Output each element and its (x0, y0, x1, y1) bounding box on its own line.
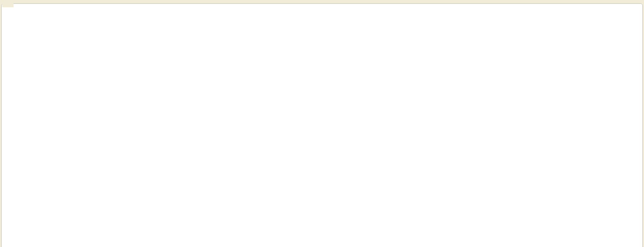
completed-orders-legend (2, 0, 14, 7)
completed-orders-panel (1, 0, 643, 247)
